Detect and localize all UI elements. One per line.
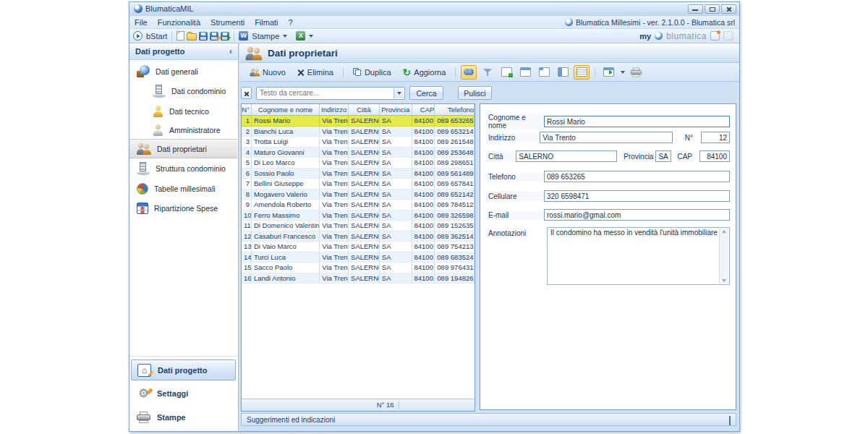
citta-field[interactable]	[516, 150, 617, 162]
menu-help[interactable]: ?	[284, 17, 298, 27]
sidebar-item-ripartizione-spese[interactable]: Ripartizione Spese	[129, 198, 237, 218]
table-cell: Trotta Luigi	[252, 137, 320, 148]
email-field[interactable]	[544, 209, 730, 221]
close-button[interactable]	[721, 4, 736, 14]
save-export-icon[interactable]	[221, 32, 229, 41]
elimina-button[interactable]: Elimina	[293, 67, 338, 78]
group-view-toggle[interactable]	[498, 65, 514, 80]
split-view-icon	[558, 67, 569, 77]
indirizzo-field[interactable]	[540, 132, 672, 143]
band-view-icon	[520, 67, 531, 77]
scrollbar[interactable]	[719, 229, 728, 284]
collapse-icon[interactable]: ‹	[229, 46, 232, 56]
aggiorna-button[interactable]: ↻ Aggiorna	[399, 67, 451, 78]
table-cell: Via Trento	[320, 137, 349, 148]
building-icon	[153, 85, 166, 98]
table-cell: 84100	[412, 252, 435, 263]
column-header[interactable]: N°	[242, 104, 252, 116]
save-icon[interactable]	[199, 32, 208, 41]
table-cell: Via Trento	[320, 169, 349, 179]
table-row[interactable]: 1Rossi MarioVia TrentoSALERNOSA84100089 …	[242, 116, 475, 127]
sidebar-item-tabelle-millesimali[interactable]: Tabelle millesimali	[129, 179, 237, 198]
sidebar-item-struttura-condominio[interactable]: Struttura condominio	[129, 158, 237, 178]
column-header[interactable]: Provincia	[380, 104, 412, 116]
nuovo-button[interactable]: Nuovo	[244, 64, 290, 80]
table-row[interactable]: 16Landi AntonioVia TrentoSALERNOSA841000…	[242, 273, 475, 284]
sidebar-bottom-stampe[interactable]: Stampe	[131, 407, 236, 427]
bstart-button[interactable]: bStart	[146, 32, 167, 41]
filter-toggle[interactable]	[480, 65, 495, 80]
table-row[interactable]: 6Sossio PaoloVia TrentoSALERNOSA84100089…	[242, 169, 475, 179]
pulisci-button[interactable]: Pulisci	[458, 86, 492, 100]
menu-strumenti[interactable]: Strumenti	[205, 17, 250, 27]
menu-filmati[interactable]: Filmati	[250, 17, 283, 27]
table-cell: SA	[380, 242, 412, 252]
provincia-field[interactable]	[655, 150, 671, 162]
menu-file[interactable]: File	[129, 17, 153, 27]
search-box	[256, 87, 405, 100]
excel-icon[interactable]: X	[296, 31, 305, 41]
maximize-button[interactable]	[705, 4, 720, 14]
column-header[interactable]: CAP	[412, 104, 435, 116]
export-button[interactable]	[600, 65, 616, 80]
table-row[interactable]: 8Mogavero ValerioVia TrentoSALERNOSA8410…	[242, 190, 475, 200]
duplica-button[interactable]: Duplica	[349, 67, 396, 78]
column-header[interactable]: Indirizzo	[320, 104, 349, 116]
numero-field[interactable]	[701, 132, 730, 143]
menu-funzionalita[interactable]: Funzionalità	[153, 17, 205, 27]
sidebar-item-dati-proprietari[interactable]: Dati proprietari	[129, 139, 237, 158]
print-button[interactable]	[628, 65, 644, 80]
table-row[interactable]: 13Di Vaio MarcoVia TrentoSALERNOSA841000…	[242, 242, 475, 252]
table-row[interactable]: 3Trotta LuigiVia TrentoSALERNOSA84100089…	[242, 137, 475, 148]
chevron-down-icon[interactable]	[283, 35, 287, 38]
printer-icon	[137, 412, 150, 423]
open-folder-icon[interactable]	[187, 33, 197, 41]
table-row[interactable]: 7Bellini GiuseppeVia TrentoSALERNOSA8410…	[242, 179, 475, 190]
table-cell: SALERNO	[349, 252, 380, 263]
new-file-icon[interactable]	[176, 31, 184, 41]
cerca-button[interactable]: Cerca	[409, 86, 443, 100]
telefono-field[interactable]	[544, 171, 730, 182]
table-row[interactable]: 4Maturo GiovanniVia TrentoSALERNOSA84100…	[242, 148, 475, 158]
scroll-up-icon[interactable]	[722, 230, 726, 233]
save-edit-icon[interactable]	[210, 32, 218, 41]
table-row[interactable]: 14Turci LucaVia TrentoSALERNOSA84100089 …	[242, 252, 475, 263]
scroll-down-icon[interactable]	[722, 279, 726, 282]
cognome-field[interactable]	[544, 116, 730, 127]
column-header[interactable]: Cognome e nome	[252, 104, 320, 116]
user-card-icon[interactable]	[710, 31, 720, 41]
sidebar-item-dati-tecnico[interactable]: Dati tecnico	[129, 101, 237, 121]
column-header[interactable]: Città	[349, 104, 380, 116]
sidebar-bottom-dati-progetto[interactable]: ⌂ Dati progetto	[131, 359, 236, 380]
search-input[interactable]	[257, 89, 393, 97]
card-view-toggle[interactable]	[536, 65, 552, 80]
cellulare-field[interactable]	[544, 190, 730, 202]
table-row[interactable]: 2Bianchi LucaVia TrentoSALERNOSA84100089…	[242, 127, 475, 137]
table-row[interactable]: 15Sacco PaoloVia TrentoSALERNOSA84100089…	[242, 263, 475, 273]
annotazioni-field[interactable]: Il condomino ha messo in vendità l'unità…	[547, 227, 730, 285]
notes-icon[interactable]	[723, 31, 733, 41]
stampe-dropdown[interactable]: Stampe	[252, 32, 279, 41]
grid-lines-toggle[interactable]	[574, 65, 590, 80]
table-row[interactable]: 9Amendola RobertoVia TrentoSALERNOSA8410…	[242, 200, 475, 210]
cap-field[interactable]	[699, 150, 730, 162]
table-row[interactable]: 10Ferro MassimoVia TrentoSALERNOSA841000…	[242, 210, 475, 221]
table-row[interactable]: 11Di Domenico ValentinoVia TrentoSALERNO…	[242, 221, 475, 231]
minimize-button[interactable]	[688, 4, 703, 14]
chevron-expand-icon[interactable]	[729, 416, 731, 424]
sidebar-item-dati-generali[interactable]: Dati generali	[129, 61, 237, 81]
band-view-toggle[interactable]	[517, 65, 533, 80]
find-toggle[interactable]	[461, 65, 477, 80]
chevron-down-icon[interactable]	[621, 71, 625, 74]
sidebar-item-amministratore[interactable]: Amministratore	[129, 120, 237, 140]
table-row[interactable]: 5Di Leo MarcoVia TrentoSALERNOSA84100089…	[242, 158, 475, 169]
sidebar-bottom-settaggi[interactable]: ⚙✎ Settaggi	[131, 383, 236, 404]
chevron-down-icon[interactable]	[309, 35, 313, 38]
sidebar-item-dati-condominio[interactable]: Dati condominio	[129, 81, 237, 101]
split-view-toggle[interactable]	[555, 65, 571, 80]
column-header[interactable]: Telefono	[435, 104, 475, 116]
status-bar[interactable]: Suggerimenti ed indicazioni	[241, 413, 736, 426]
clear-search-button[interactable]	[241, 87, 252, 99]
search-dropdown[interactable]	[393, 88, 404, 98]
table-row[interactable]: 12Casaburi FrancescoVia TrentoSALERNOSA8…	[242, 231, 475, 242]
